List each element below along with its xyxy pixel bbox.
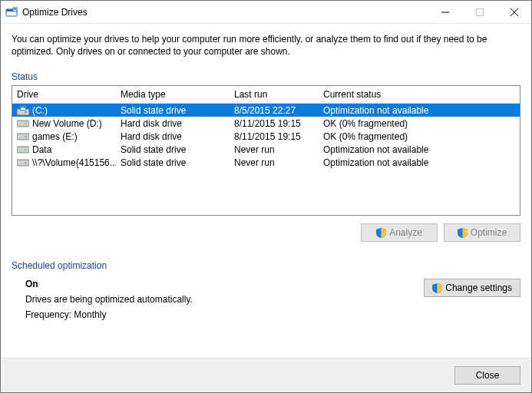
drive-icon <box>17 106 29 115</box>
shield-icon <box>376 228 386 238</box>
svg-rect-12 <box>25 123 27 124</box>
col-header-media[interactable]: Media type <box>116 86 230 103</box>
titlebar: Optimize Drives <box>1 1 531 24</box>
drive-icon <box>17 119 29 128</box>
cell-last: 8/5/2015 22:27 <box>230 105 319 116</box>
optimize-label: Optimize <box>471 227 507 238</box>
drive-label: (C:) <box>32 105 48 116</box>
analyze-label: Analyze <box>389 227 422 238</box>
svg-rect-16 <box>25 149 27 150</box>
drive-label: Data <box>32 144 51 155</box>
change-settings-label: Change settings <box>445 282 512 293</box>
cell-media: Hard disk drive <box>116 131 230 142</box>
svg-rect-17 <box>17 160 29 166</box>
action-row: Analyze Optimize <box>12 223 520 242</box>
cell-drive: (C:) <box>12 105 116 116</box>
scheduled-section: Scheduled optimization On Drives are bei… <box>12 260 520 325</box>
cell-status: OK (0% fragmented) <box>319 131 520 142</box>
cell-media: Hard disk drive <box>116 118 230 129</box>
cell-status: OK (0% fragmented) <box>319 118 520 129</box>
svg-rect-9 <box>25 111 27 113</box>
cell-status: Optimization not available <box>319 105 520 116</box>
col-header-last[interactable]: Last run <box>230 86 319 103</box>
svg-rect-18 <box>25 162 27 163</box>
table-header: Drive Media type Last run Current status <box>12 86 520 104</box>
table-row[interactable]: New Volume (D:)Hard disk drive8/11/2015 … <box>12 117 520 130</box>
app-icon <box>5 6 18 18</box>
cell-last: Never run <box>230 157 319 168</box>
optimize-button: Optimize <box>444 223 520 242</box>
cell-drive: games (E:) <box>12 131 116 142</box>
change-settings-button[interactable]: Change settings <box>424 279 520 297</box>
close-button[interactable] <box>497 1 531 23</box>
drive-label: games (E:) <box>32 131 78 142</box>
svg-rect-13 <box>17 134 29 140</box>
scheduled-label: Scheduled optimization <box>12 260 520 271</box>
drive-icon <box>17 145 29 154</box>
analyze-button: Analyze <box>361 223 438 242</box>
shield-icon <box>458 228 468 238</box>
status-section-label: Status <box>12 71 520 82</box>
cell-drive: Data <box>12 144 116 155</box>
cell-media: Solid state drive <box>116 144 230 155</box>
drive-label: New Volume (D:) <box>32 118 102 129</box>
table-row[interactable]: (C:)Solid state drive8/5/2015 22:27Optim… <box>12 104 520 117</box>
svg-rect-15 <box>17 147 29 153</box>
shield-icon <box>432 283 442 293</box>
scheduled-text: On Drives are being optimized automatica… <box>25 279 408 325</box>
content-area: You can optimize your drives to help you… <box>1 24 531 358</box>
table-row[interactable]: games (E:)Hard disk drive8/11/2015 19:15… <box>12 130 520 143</box>
svg-rect-5 <box>476 8 483 15</box>
col-header-drive[interactable]: Drive <box>12 86 116 103</box>
cell-last: Never run <box>230 144 319 155</box>
col-header-status[interactable]: Current status <box>319 86 520 103</box>
drive-label: \\?\Volume{415156... <box>32 157 116 168</box>
drive-icon <box>17 158 29 167</box>
drives-table[interactable]: Drive Media type Last run Current status… <box>12 85 520 216</box>
footer: Close <box>1 358 531 392</box>
minimize-button[interactable] <box>428 1 462 23</box>
scheduled-body: On Drives are being optimized automatica… <box>12 274 520 325</box>
cell-last: 8/11/2015 19:15 <box>230 118 319 129</box>
scheduled-line2: Frequency: Monthly <box>25 309 408 320</box>
svg-rect-11 <box>17 121 29 127</box>
svg-rect-14 <box>25 136 27 137</box>
intro-text: You can optimize your drives to help you… <box>12 33 520 58</box>
cell-status: Optimization not available <box>319 157 520 168</box>
table-row[interactable]: \\?\Volume{415156...Solid state driveNev… <box>12 156 520 169</box>
scheduled-state: On <box>25 279 408 289</box>
cell-last: 8/11/2015 19:15 <box>230 131 319 142</box>
cell-status: Optimization not available <box>319 144 520 155</box>
cell-media: Solid state drive <box>116 105 230 116</box>
window-title: Optimize Drives <box>22 7 428 18</box>
cell-drive: \\?\Volume{415156... <box>12 157 116 168</box>
cell-media: Solid state drive <box>116 157 230 168</box>
table-row[interactable]: DataSolid state driveNever runOptimizati… <box>12 143 520 156</box>
svg-rect-3 <box>14 8 16 10</box>
maximize-button <box>462 1 497 23</box>
cell-drive: New Volume (D:) <box>12 118 116 129</box>
close-label: Close <box>476 370 500 381</box>
close-dialog-button[interactable]: Close <box>454 366 520 385</box>
table-body: (C:)Solid state drive8/5/2015 22:27Optim… <box>12 104 520 169</box>
drive-icon <box>17 132 29 141</box>
scheduled-line1: Drives are being optimized automatically… <box>25 294 408 305</box>
window-controls <box>428 1 531 23</box>
